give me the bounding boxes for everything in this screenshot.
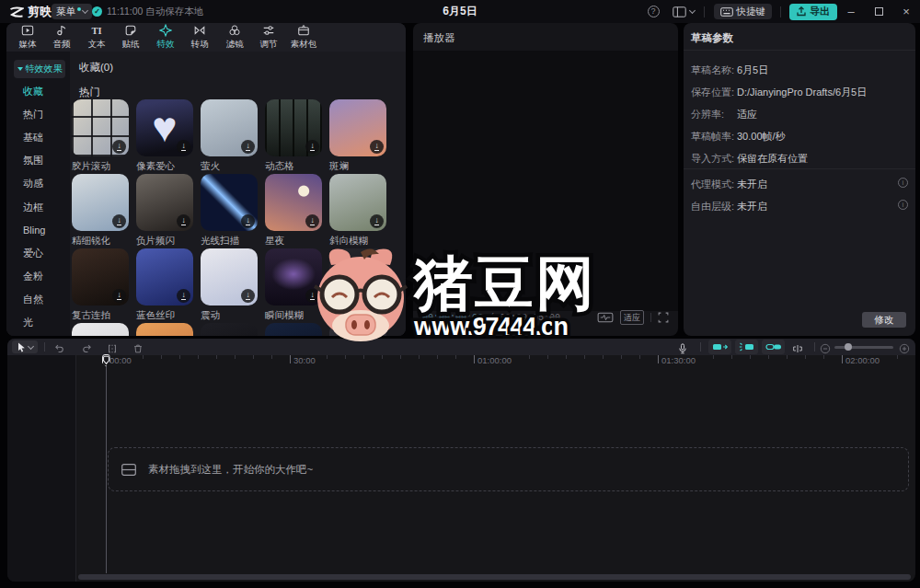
shortcut-button[interactable]: 快捷键 xyxy=(714,4,773,19)
layout-chevron-icon[interactable] xyxy=(688,7,695,14)
effect-card-partial[interactable] xyxy=(72,323,129,336)
category-7[interactable]: Bling xyxy=(6,219,70,242)
main-track-magnet-toggle[interactable] xyxy=(708,340,731,354)
zoom-in-icon[interactable] xyxy=(899,341,910,352)
modify-button[interactable]: 修改 xyxy=(862,312,906,328)
media-dropzone[interactable]: 素材拖拽到这里，开始你的大作吧~ xyxy=(108,447,909,491)
pig-logo-icon xyxy=(315,248,407,341)
linkage-toggle[interactable] xyxy=(762,340,785,354)
effect-thumbnail[interactable]: ↓ xyxy=(329,99,386,156)
effect-name: 萤火 xyxy=(201,160,258,173)
effect-thumbnail[interactable]: ↓ xyxy=(136,248,193,306)
tab-label: 特效 xyxy=(156,38,174,50)
category-1[interactable]: 收藏 xyxy=(6,80,70,103)
effect-name: 光线扫描 xyxy=(201,235,258,248)
maximize-button[interactable] xyxy=(865,5,892,18)
zoom-out-icon[interactable] xyxy=(820,341,831,352)
effect-card[interactable]: ↓动态格 xyxy=(265,99,322,174)
tab-sticker[interactable]: 贴纸 xyxy=(114,23,149,52)
effect-card[interactable]: ♥↓像素爱心 xyxy=(136,99,193,174)
horizontal-scrollbar[interactable] xyxy=(78,574,911,580)
effect-card[interactable]: ↓震动 xyxy=(201,248,258,323)
download-icon: ↓ xyxy=(241,289,255,303)
ruler-label: 00:00 xyxy=(106,355,136,367)
category-3[interactable]: 基础 xyxy=(6,126,70,149)
ruler-label: 01:30:00 xyxy=(658,355,700,367)
category-11[interactable]: 光 xyxy=(6,311,70,334)
effect-thumbnail[interactable]: ↓ xyxy=(265,174,322,231)
effect-card[interactable]: ↓萤火 xyxy=(201,99,258,174)
split-icon[interactable] xyxy=(107,341,118,352)
effect-thumbnail[interactable]: ↓ xyxy=(136,174,193,231)
tab-transition[interactable]: 转场 xyxy=(183,23,218,52)
favorites-header: 收藏(0) xyxy=(79,61,113,75)
effect-card[interactable]: ↓星夜 xyxy=(265,174,322,248)
layout-icon[interactable] xyxy=(673,6,686,17)
effect-name: 斑斓 xyxy=(329,160,386,173)
download-icon: ↓ xyxy=(370,214,384,228)
tab-audio[interactable]: 音频 xyxy=(45,23,80,52)
effect-card[interactable]: ↓斑斓 xyxy=(329,99,386,174)
effect-thumbnail[interactable]: ↓ xyxy=(72,99,129,156)
close-button[interactable]: × xyxy=(892,5,920,18)
watermark-url: www.97444.cn xyxy=(413,313,569,340)
info-icon[interactable]: i xyxy=(898,200,908,210)
category-6[interactable]: 边框 xyxy=(6,195,70,218)
info-icon[interactable]: i xyxy=(898,178,908,188)
effect-thumbnail[interactable]: ♥↓ xyxy=(136,99,193,156)
record-voiceover-icon[interactable] xyxy=(677,341,688,352)
effect-thumbnail[interactable]: ↓ xyxy=(329,174,386,231)
export-button[interactable]: 导出 xyxy=(789,4,837,20)
triangle-down-icon xyxy=(17,67,23,71)
tab-text[interactable]: TI文本 xyxy=(79,23,114,52)
effect-card[interactable]: ↓负片频闪 xyxy=(136,174,193,248)
svg-text:TI: TI xyxy=(91,26,101,36)
effect-thumbnail[interactable]: ↓ xyxy=(265,99,322,156)
param-label: 草稿帧率: xyxy=(691,130,737,144)
watermark: 猪豆网 www.97444.cn xyxy=(313,245,605,342)
effect-card-partial[interactable] xyxy=(136,323,193,336)
effect-card[interactable]: ↓光线扫描 xyxy=(201,174,258,248)
effect-thumbnail[interactable]: ↓ xyxy=(72,174,129,231)
fit-button[interactable]: 适应 xyxy=(620,310,644,325)
effect-card[interactable]: ↓斜向模糊 xyxy=(329,174,386,248)
delete-icon[interactable] xyxy=(132,341,144,352)
tab-package[interactable]: 素材包 xyxy=(286,23,321,52)
minimize-button[interactable]: – xyxy=(837,5,865,18)
tab-adjust[interactable]: 调节 xyxy=(252,23,287,52)
help-icon[interactable]: ? xyxy=(648,6,660,17)
effect-thumbnail[interactable]: ↓ xyxy=(201,99,258,156)
timeline-zoom-slider[interactable] xyxy=(834,346,893,349)
redo-icon[interactable] xyxy=(82,341,93,352)
effect-card[interactable]: ↓复古连拍 xyxy=(72,248,129,323)
timeline-zoom-slider-handle[interactable] xyxy=(845,343,852,351)
category-2[interactable]: 热门 xyxy=(6,103,70,126)
fullscreen-icon[interactable] xyxy=(658,312,669,323)
export-icon xyxy=(797,6,806,17)
playhead-line xyxy=(106,355,107,573)
effect-card-partial[interactable] xyxy=(201,323,258,336)
effects-group-header[interactable]: 特效效果 xyxy=(14,60,65,78)
audio-icon xyxy=(55,24,68,37)
tab-media[interactable]: 媒体 xyxy=(10,23,45,52)
effect-card[interactable]: ↓蓝色丝印 xyxy=(136,248,193,323)
tab-filter[interactable]: 滤镜 xyxy=(217,23,252,52)
tab-label: 滤镜 xyxy=(225,38,243,50)
undo-icon[interactable] xyxy=(53,341,64,352)
effect-card[interactable]: ↓精细锐化 xyxy=(72,174,129,248)
param-value: 未开启 xyxy=(737,178,767,192)
category-9[interactable]: 金粉 xyxy=(6,265,70,288)
category-8[interactable]: 爱心 xyxy=(6,242,70,265)
select-tool-button[interactable] xyxy=(12,340,38,353)
preview-axis-icon[interactable] xyxy=(792,341,809,352)
tab-effects[interactable]: 特效 xyxy=(148,23,183,52)
category-5[interactable]: 动感 xyxy=(6,172,70,195)
effect-thumbnail[interactable]: ↓ xyxy=(72,248,129,306)
category-10[interactable]: 自然 xyxy=(6,288,70,311)
auto-snap-toggle[interactable] xyxy=(735,340,758,354)
effect-card[interactable]: ↓胶片滚动 xyxy=(72,99,129,174)
effect-thumbnail[interactable]: ↓ xyxy=(201,174,258,231)
effect-thumbnail[interactable]: ↓ xyxy=(201,248,258,306)
category-4[interactable]: 氛围 xyxy=(6,149,70,172)
cursor-icon xyxy=(17,342,26,352)
